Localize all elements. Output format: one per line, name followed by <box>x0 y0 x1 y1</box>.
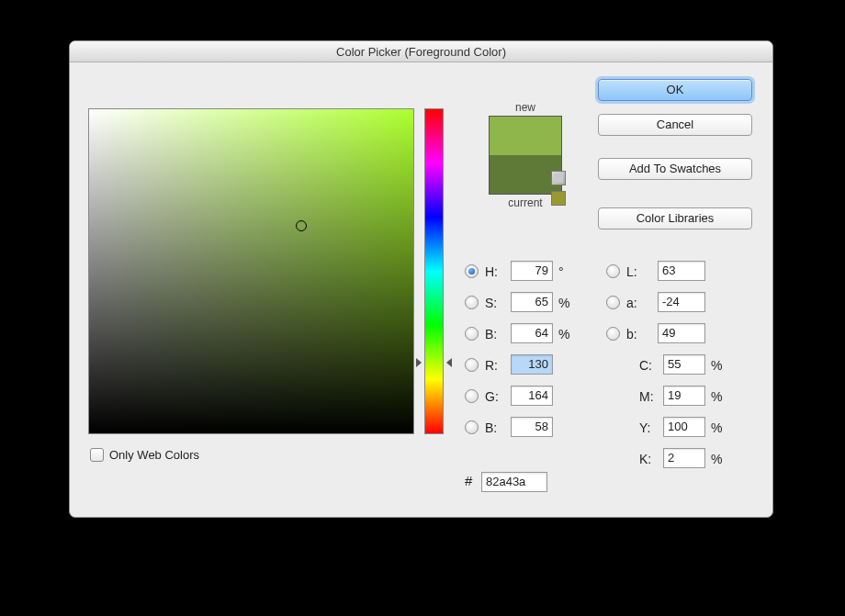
brightness-radio[interactable] <box>465 327 479 341</box>
magenta-input[interactable]: 19 <box>663 386 705 406</box>
gamut-warning-icon[interactable] <box>551 171 566 185</box>
cyan-unit: % <box>711 358 722 373</box>
blue-input[interactable]: 58 <box>511 417 553 437</box>
lab-b-input[interactable]: 49 <box>658 323 705 343</box>
hex-input[interactable]: 82a43a <box>481 472 547 492</box>
green-input[interactable]: 164 <box>511 386 553 406</box>
lab-a-radio[interactable] <box>606 296 620 309</box>
window-title: Color Picker (Foreground Color) <box>70 41 772 62</box>
cancel-button[interactable]: Cancel <box>598 114 752 136</box>
blue-label: B: <box>485 420 497 435</box>
hue-unit: ° <box>558 264 564 279</box>
ok-button[interactable]: OK <box>598 79 752 101</box>
magenta-label: M: <box>639 389 654 404</box>
saturation-unit: % <box>558 296 569 310</box>
color-libraries-button[interactable]: Color Libraries <box>598 207 752 230</box>
black-label: K: <box>639 452 651 466</box>
hex-row: # 82a43a <box>465 472 547 492</box>
yellow-label: Y: <box>639 420 650 435</box>
only-web-colors-option[interactable]: Only Web Colors <box>90 448 199 462</box>
sb-cursor[interactable] <box>296 220 307 231</box>
red-radio[interactable] <box>465 358 479 372</box>
lab-l-radio[interactable] <box>606 264 620 278</box>
lab-a-label: a: <box>626 296 637 310</box>
lab-l-label: L: <box>626 264 637 279</box>
saturation-brightness-field[interactable] <box>88 108 414 434</box>
yellow-unit: % <box>711 420 722 435</box>
only-web-colors-checkbox[interactable] <box>90 448 104 462</box>
current-label: current <box>467 196 584 209</box>
cyan-label: C: <box>639 358 652 373</box>
brightness-label: B: <box>485 327 497 342</box>
red-label: R: <box>485 358 498 373</box>
hue-slider[interactable] <box>424 108 444 434</box>
new-color-swatch[interactable] <box>490 117 561 155</box>
black-input[interactable]: 2 <box>663 448 705 468</box>
add-to-swatches-button[interactable]: Add To Swatches <box>598 158 752 180</box>
black-unit: % <box>711 452 722 466</box>
new-label: new <box>467 101 584 114</box>
lab-b-radio[interactable] <box>606 327 620 341</box>
brightness-input[interactable]: 64 <box>511 323 553 343</box>
only-web-colors-label: Only Web Colors <box>109 448 199 462</box>
yellow-input[interactable]: 100 <box>663 417 705 437</box>
window-content: new current OK Cancel Add To Swatches Co… <box>70 62 772 517</box>
hue-label: H: <box>485 264 498 279</box>
cyan-input[interactable]: 55 <box>663 354 705 375</box>
saturation-input[interactable]: 65 <box>511 292 553 312</box>
magenta-unit: % <box>711 389 722 404</box>
red-input[interactable]: 130 <box>511 354 553 375</box>
brightness-unit: % <box>558 327 569 342</box>
hue-input[interactable]: 79 <box>511 261 553 281</box>
green-radio[interactable] <box>465 389 479 403</box>
lab-l-input[interactable]: 63 <box>658 261 705 281</box>
blue-radio[interactable] <box>465 420 479 434</box>
hex-hash: # <box>465 473 472 488</box>
lab-b-label: b: <box>626 327 637 342</box>
color-picker-window: Color Picker (Foreground Color) new curr… <box>69 40 773 518</box>
numeric-fields: H: 79 ° L: 63 S: 65 % <box>465 261 759 479</box>
web-safe-swatch[interactable] <box>551 191 566 206</box>
saturation-radio[interactable] <box>465 296 479 309</box>
hue-radio[interactable] <box>465 264 479 278</box>
color-preview: new current <box>467 101 584 209</box>
saturation-label: S: <box>485 296 497 310</box>
lab-a-input[interactable]: -24 <box>658 292 705 312</box>
green-label: G: <box>485 389 499 404</box>
